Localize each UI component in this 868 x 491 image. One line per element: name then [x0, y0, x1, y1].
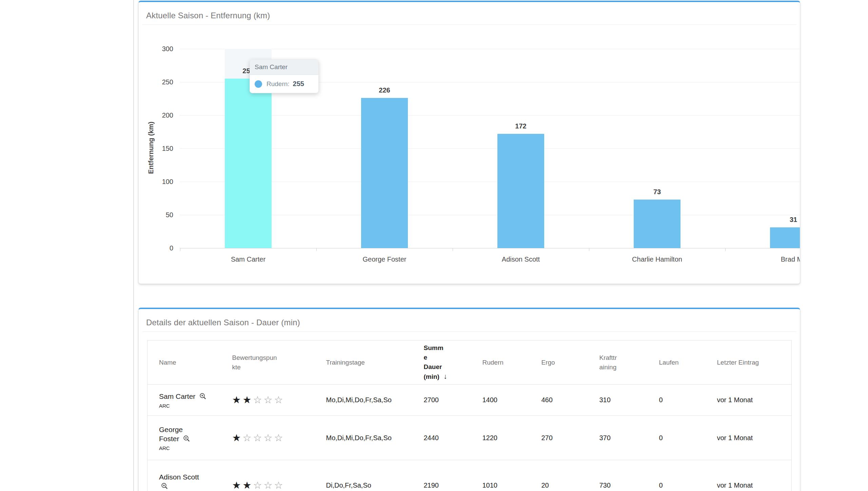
season-details-table: NameBewertungspun kteTrainingstageSumm e… — [147, 340, 792, 491]
bar-adison-scott[interactable] — [497, 134, 544, 248]
cell-letzter-eintrag: vor 1 Monat — [712, 385, 792, 416]
tooltip-series-label: Rudern: — [267, 80, 290, 88]
x-axis-tick-1 — [316, 248, 317, 251]
cell-krafttraining: 310 — [594, 385, 654, 416]
cell-rating: ★★☆☆☆ — [227, 385, 321, 416]
star-filled-icon: ★ — [232, 394, 243, 405]
tooltip-title: Sam Carter — [250, 60, 318, 75]
zoom-details-icon[interactable] — [161, 483, 168, 490]
star-outline-icon: ☆ — [243, 432, 253, 443]
x-axis-line — [180, 248, 800, 248]
cell-laufen: 0 — [654, 416, 712, 460]
cell-trainingstage: Mo,Di,Mi,Do,Fr,Sa,So — [321, 416, 418, 460]
cell-rating: ★★☆☆☆ — [227, 460, 321, 491]
distance-chart-card: Aktuelle Saison - Entfernung (km) Entfer… — [138, 1, 800, 284]
column-header-trainingstage[interactable]: Trainingstage — [321, 341, 418, 385]
column-header-krafttraining[interactable]: Krafttr aining — [594, 341, 654, 385]
gridline-50 — [180, 215, 800, 215]
star-filled-icon: ★ — [232, 480, 243, 491]
y-tick-label-300: 300 — [143, 45, 173, 52]
star-outline-icon: ☆ — [264, 432, 274, 443]
star-filled-icon: ★ — [243, 394, 253, 405]
star-outline-icon: ☆ — [274, 480, 285, 491]
cell-trainingstage: Di,Do,Fr,Sa,So — [321, 460, 418, 491]
bar-brad-mc[interactable] — [770, 227, 800, 248]
cell-rating: ★☆☆☆☆ — [227, 416, 321, 460]
column-header-ergo[interactable]: Ergo — [536, 341, 594, 385]
x-axis-tick-4 — [725, 248, 726, 251]
athlete-name: George Foster — [159, 425, 224, 443]
zoom-details-icon[interactable] — [199, 393, 206, 400]
dashboard-page: { "chart_card": { "title": "Aktuelle Sai… — [0, 0, 868, 491]
athlete-name-text: George Foster — [159, 426, 183, 443]
cell-rudern: 1010 — [477, 460, 536, 491]
star-filled-icon: ★ — [232, 432, 243, 443]
gridline-300 — [180, 49, 800, 49]
cell-name: Adison Scott ARC — [147, 460, 227, 491]
bar-value-label-george-foster: 226 — [361, 86, 408, 94]
bar-charlie-hamilton[interactable] — [634, 200, 680, 248]
zoom-details-icon[interactable] — [183, 435, 190, 442]
column-header-rudern[interactable]: Rudern — [477, 341, 536, 385]
x-axis-label-brad-mc: Brad Mc — [743, 255, 800, 263]
x-axis-label-adison-scott: Adison Scott — [470, 255, 572, 263]
x-axis-tick-0 — [180, 248, 180, 251]
column-header-label: Trainingstage — [326, 359, 365, 366]
star-filled-icon: ★ — [243, 480, 253, 491]
cell-name: Sam Carter ARC — [147, 385, 227, 416]
athlete-name: Adison Scott — [159, 472, 224, 491]
table-row-adison-scott[interactable]: Adison Scott ARC★★☆☆☆Di,Do,Fr,Sa,So21901… — [147, 460, 792, 491]
cell-summe-dauer: 2440 — [418, 416, 477, 460]
table-header-row: NameBewertungspun kteTrainingstageSumm e… — [147, 341, 792, 385]
column-header-laufen[interactable]: Laufen — [654, 341, 712, 385]
cell-letzter-eintrag: vor 1 Monat — [712, 460, 792, 491]
athlete-team-label: ARC — [159, 445, 224, 451]
gridline-100 — [180, 182, 800, 182]
cell-krafttraining: 730 — [594, 460, 654, 491]
cell-letzter-eintrag: vor 1 Monat — [712, 416, 792, 460]
cell-name: George Foster ARC — [147, 416, 227, 460]
table-card-title: Details der aktuellen Saison - Dauer (mi… — [139, 309, 800, 327]
sort-desc-arrow-icon[interactable]: ↓ — [443, 372, 447, 381]
star-outline-icon: ☆ — [253, 432, 264, 443]
rating-stars: ★☆☆☆☆ — [232, 433, 318, 443]
series-marker-icon — [255, 80, 262, 88]
column-header-name[interactable]: Name — [147, 341, 227, 385]
bar-value-label-charlie-hamilton: 73 — [633, 188, 681, 196]
y-tick-label-250: 250 — [143, 79, 173, 85]
cell-laufen: 0 — [654, 385, 712, 416]
star-outline-icon: ☆ — [274, 432, 285, 443]
cell-ergo: 460 — [536, 385, 594, 416]
cell-rudern: 1220 — [477, 416, 536, 460]
bar-value-label-brad-mc: 31 — [770, 216, 800, 224]
y-tick-label-50: 50 — [143, 211, 173, 218]
table-row-sam-carter[interactable]: Sam Carter ARC★★☆☆☆Mo,Di,Mi,Do,Fr,Sa,So2… — [147, 385, 792, 416]
column-header-letzter-eintrag[interactable]: Letzter Eintrag — [712, 341, 792, 385]
cell-krafttraining: 370 — [594, 416, 654, 460]
x-axis-label-sam-carter: Sam Carter — [197, 255, 299, 263]
bar-george-foster[interactable] — [361, 98, 408, 248]
bar-sam-carter[interactable] — [225, 79, 272, 248]
star-outline-icon: ☆ — [264, 480, 274, 491]
column-header-label: Summ e Dauer (min) — [424, 344, 443, 380]
column-header-summe-dauer[interactable]: Summ e Dauer (min)↓ — [418, 341, 477, 385]
star-outline-icon: ☆ — [253, 394, 264, 405]
season-details-card: Details der aktuellen Saison - Dauer (mi… — [138, 308, 800, 491]
rating-stars: ★★☆☆☆ — [232, 395, 318, 405]
star-outline-icon: ☆ — [253, 480, 264, 491]
bar-value-label-adison-scott: 172 — [497, 122, 545, 130]
distance-bar-chart: Entfernung (km) 050100150200250300255Sam… — [139, 2, 800, 284]
tooltip-body: Rudern: 255 — [250, 75, 318, 93]
star-outline-icon: ☆ — [264, 394, 274, 405]
column-header-label: Letzter Eintrag — [717, 359, 759, 366]
cell-summe-dauer: 2190 — [418, 460, 477, 491]
cell-laufen: 0 — [654, 460, 712, 491]
x-axis-label-george-foster: George Foster — [334, 255, 435, 263]
column-header-rating[interactable]: Bewertungspun kte — [227, 341, 321, 385]
column-header-label: Laufen — [659, 359, 679, 366]
table-row-george-foster[interactable]: George Foster ARC★☆☆☆☆Mo,Di,Mi,Do,Fr,Sa,… — [147, 416, 792, 460]
column-header-label: Rudern — [482, 359, 504, 366]
athlete-name-text: Sam Carter — [159, 392, 197, 400]
y-tick-label-100: 100 — [143, 178, 173, 185]
content-left-divider — [133, 0, 134, 491]
